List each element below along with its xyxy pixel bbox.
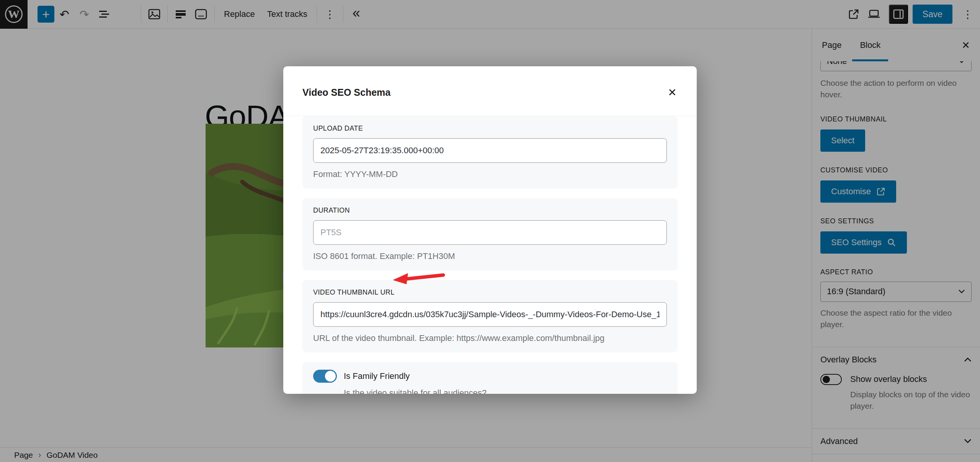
family-friendly-row: Is Family Friendly bbox=[313, 370, 667, 383]
annotation-arrow-icon bbox=[390, 270, 447, 288]
family-friendly-section: Is Family Friendly Is the video suitable… bbox=[302, 362, 678, 394]
modal-header: Video SEO Schema ✕ bbox=[283, 66, 697, 116]
upload-date-help: Format: YYYY-MM-DD bbox=[313, 169, 667, 179]
upload-date-label: Upload Date bbox=[313, 125, 667, 133]
video-thumbnail-url-input[interactable] bbox=[313, 302, 667, 327]
duration-section: Duration ISO 8601 format. Example: PT1H3… bbox=[302, 198, 678, 270]
video-thumbnail-url-help: URL of the video thumbnail. Example: htt… bbox=[313, 333, 667, 343]
close-modal-button[interactable]: ✕ bbox=[665, 85, 680, 100]
family-friendly-toggle[interactable] bbox=[313, 370, 337, 383]
family-friendly-label: Is Family Friendly bbox=[344, 371, 410, 381]
upload-date-section: Upload Date Format: YYYY-MM-DD bbox=[302, 116, 678, 188]
modal-title: Video SEO Schema bbox=[302, 87, 678, 98]
upload-date-input[interactable] bbox=[313, 138, 667, 163]
video-seo-schema-modal: Video SEO Schema ✕ Upload Date Format: Y… bbox=[283, 66, 697, 394]
video-thumbnail-url-label: Video Thumbnail URL bbox=[313, 288, 667, 297]
family-friendly-help: Is the video suitable for all audiences? bbox=[344, 388, 667, 394]
toggle-knob bbox=[325, 371, 336, 382]
duration-help: ISO 8601 format. Example: PT1H30M bbox=[313, 251, 667, 261]
duration-input[interactable] bbox=[313, 220, 667, 245]
wordpress-editor: W + ↶ ↷ bbox=[0, 0, 980, 462]
close-icon: ✕ bbox=[668, 87, 676, 98]
duration-label: Duration bbox=[313, 206, 667, 215]
modal-body: Upload Date Format: YYYY-MM-DD Duration … bbox=[283, 116, 697, 394]
video-thumbnail-url-section: Video Thumbnail URL URL of the video thu… bbox=[302, 280, 678, 352]
